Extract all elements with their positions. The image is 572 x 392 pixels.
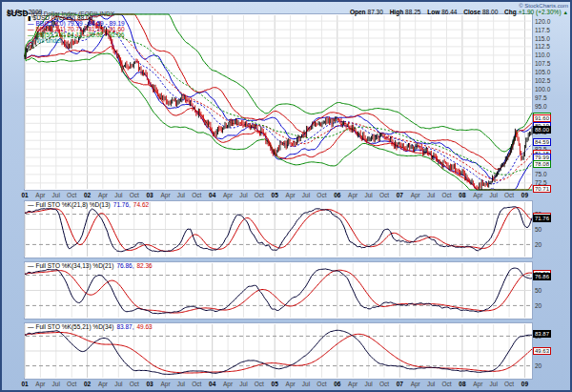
chart-canvas [2, 2, 572, 392]
copyright-link[interactable]: © StockCharts.com [519, 3, 568, 9]
stockcharts-chart-page: $USD(US Dollar Index (EOD)) INDX © Stock… [0, 0, 572, 392]
